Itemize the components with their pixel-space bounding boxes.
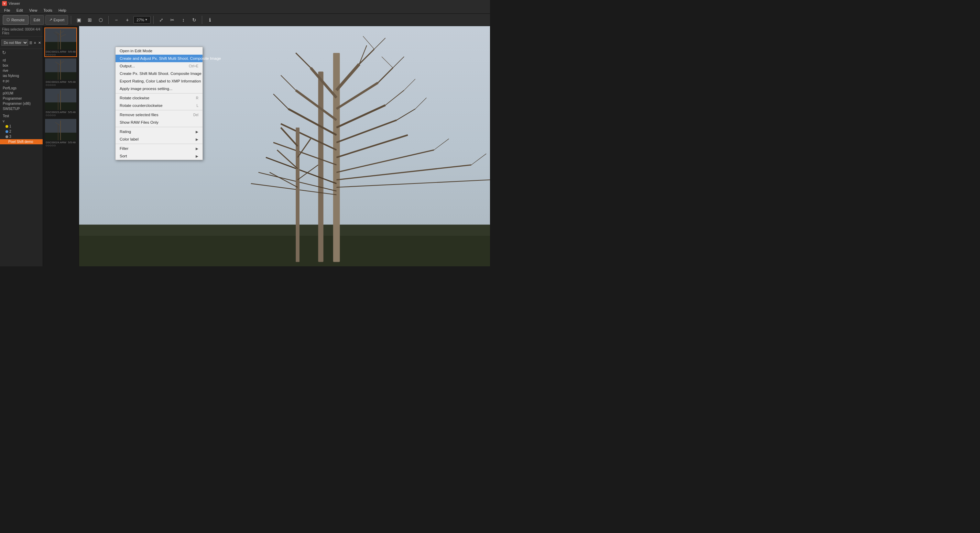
ctx-export-rating[interactable]: Export Rating, Color Label to XMP Inform… (116, 77, 202, 85)
thumbnail-3[interactable]: DSC00024.ARW 5/5:48 (45, 118, 77, 148)
filter-icon[interactable]: ☰ (29, 38, 33, 48)
folder-1-label: 1 (9, 124, 11, 128)
folder-box[interactable]: box (0, 63, 43, 68)
toolbar: ⬡ Remote Edit ↗ Export ▣ ⊞ ⬡ − + 27% ▼ ⤢… (0, 14, 490, 26)
ctx-rotate-cw[interactable]: Rotate clockwise R (116, 94, 202, 102)
refresh-button[interactable]: ↻ (0, 49, 43, 56)
ctx-rotate-ccw-shortcut: L (196, 104, 199, 108)
thumb-dot-0-5 (54, 54, 56, 56)
zoom-in-button[interactable]: + (123, 15, 132, 25)
fit-icon[interactable]: ⤢ (156, 15, 166, 25)
thumb-rating-0 (45, 53, 76, 56)
ctx-create-adjust[interactable]: Create and Adjust Px. Shift Multi Shoot.… (116, 55, 202, 62)
folder-rive[interactable]: rive (0, 68, 43, 73)
crop-icon[interactable]: ✂ (167, 15, 177, 25)
thumb-rating-3 (45, 144, 76, 147)
menu-edit[interactable]: Edit (14, 8, 26, 13)
toolbar-separator-3 (153, 16, 154, 24)
folder-pixel-shift[interactable]: Pixel Shift demo (0, 139, 43, 144)
files-selected-label: Files selected: 00004 4/4 Files (0, 26, 43, 37)
menu-help[interactable]: Help (56, 8, 69, 13)
ctx-sort-label: Sort (120, 154, 127, 158)
ctx-export-rating-label: Export Rating, Color Label to XMP Inform… (120, 79, 201, 83)
ctx-output[interactable]: Output... Ctrl+E (116, 62, 202, 70)
folder-programmer-x86[interactable]: Programmer (x86) (0, 101, 43, 106)
filter-close-icon[interactable]: ✕ (38, 38, 41, 48)
filter-mode-icon[interactable]: ≡ (33, 38, 37, 48)
ctx-open-edit[interactable]: Open in Edit Mode (116, 47, 202, 55)
zoom-out-button[interactable]: − (111, 15, 121, 25)
folder-3-dot (5, 135, 8, 138)
folder-tree: rd box rive ias Nykrog e pc PerfLogs pIX… (0, 56, 43, 266)
folder-2-label: 2 (9, 130, 11, 133)
svg-rect-24 (79, 232, 490, 266)
thumb-dot-1-3 (50, 84, 52, 86)
edit-button[interactable]: Edit (30, 15, 44, 25)
ctx-sep-4 (116, 144, 202, 144)
folder-2[interactable]: 2 (0, 129, 43, 134)
remote-label: Remote (11, 18, 25, 22)
thumb-filename-3: DSC00024.ARW (46, 141, 66, 144)
menu-tools[interactable]: Tools (41, 8, 55, 13)
thumbnail-label-1: DSC00022.ARW 5/5:48 (45, 80, 76, 84)
ctx-sort[interactable]: Sort ▶ (116, 152, 202, 160)
ctx-show-raw[interactable]: Show RAW Files Only (116, 119, 202, 126)
menu-file[interactable]: File (2, 8, 13, 13)
ctx-color-label[interactable]: Color label ▶ (116, 135, 202, 143)
thumb-dot-3-2 (48, 145, 49, 146)
thumbnail-2[interactable]: DSC00023.ARW 5/5:48 (45, 88, 77, 117)
filter-bar: Do not filter ☰ ≡ ✕ (0, 37, 43, 49)
thumbnail-image-1 (45, 59, 76, 80)
thumbnail-0[interactable]: DSC00021.ARW 5/5:48 (45, 27, 77, 57)
ctx-create-px[interactable]: Create Px. Shift Multi Shoot. Composite … (116, 70, 202, 77)
export-button[interactable]: ↗ Export (45, 15, 68, 25)
folder-1[interactable]: 1 (0, 124, 43, 129)
filter-select[interactable]: Do not filter (2, 40, 28, 46)
ctx-rotate-ccw[interactable]: Rotate counterclockwise L (116, 102, 202, 109)
image-view-grid-icon[interactable]: ⊞ (85, 15, 95, 25)
thumb-dot-3-5 (54, 145, 56, 146)
folder-epc[interactable]: e pc (0, 78, 43, 84)
ctx-color-label-label: Color label (120, 137, 138, 141)
zoom-level-box[interactable]: 27% ▼ (134, 16, 151, 24)
folder-swsetup[interactable]: SWSETUP (0, 106, 43, 111)
ctx-rotate-cw-label: Rotate clockwise (120, 96, 149, 100)
remote-button[interactable]: ⬡ Remote (3, 15, 29, 25)
ctx-create-adjust-label: Create and Adjust Px. Shift Multi Shoot.… (120, 56, 221, 60)
info-icon[interactable]: ℹ (205, 15, 215, 25)
thumb-info-1: 5/5:48 (68, 81, 76, 84)
thumbnail-1[interactable]: DSC00022.ARW 5/5:48 (45, 58, 77, 87)
thumb-info-0: 5/5:48 (68, 50, 76, 53)
toolbar-separator-1 (71, 16, 71, 24)
image-view-compare-icon[interactable]: ⬡ (96, 15, 105, 25)
folder-test[interactable]: Test (0, 113, 43, 119)
ctx-open-edit-label: Open in Edit Mode (120, 49, 152, 53)
folder-programmer[interactable]: Programmer (0, 96, 43, 101)
ctx-filter-label: Filter (120, 146, 129, 151)
folder-rd[interactable]: rd (0, 58, 43, 63)
folder-pixum[interactable]: pIXUM (0, 91, 43, 96)
folder-3[interactable]: 3 (0, 134, 43, 139)
thumb-dot-2-4 (52, 114, 54, 116)
folder-v[interactable]: v (0, 119, 43, 124)
folder-1-dot (5, 125, 8, 128)
ctx-rotate-cw-shortcut: R (196, 96, 199, 100)
ctx-apply-process[interactable]: Apply image process setting... (116, 85, 202, 92)
folder-2-dot (5, 130, 8, 133)
thumb-tree-svg-3 (45, 119, 76, 140)
ctx-remove-files[interactable]: Remove selected files Del (116, 111, 202, 119)
thumb-dot-2-1 (46, 114, 48, 116)
thumb-filename-1: DSC00022.ARW (46, 81, 66, 84)
sidebar: Files selected: 00004 4/4 Files Do not f… (0, 26, 43, 266)
ctx-rating[interactable]: Rating ▶ (116, 128, 202, 135)
rotate-icon[interactable]: ↻ (189, 15, 199, 25)
folder-perflogs[interactable]: PerfLogs (0, 86, 43, 91)
folder-nykrog[interactable]: ias Nykrog (0, 73, 43, 78)
ctx-sort-arrow: ▶ (196, 154, 199, 158)
menu-view[interactable]: View (27, 8, 40, 13)
folder-pixel-shift-label: Pixel Shift demo (8, 140, 33, 144)
ctx-filter[interactable]: Filter ▶ (116, 145, 202, 152)
image-view-single-icon[interactable]: ▣ (74, 15, 84, 25)
ctx-output-label: Output... (120, 64, 135, 68)
arrow-icon[interactable]: ↕ (178, 15, 188, 25)
